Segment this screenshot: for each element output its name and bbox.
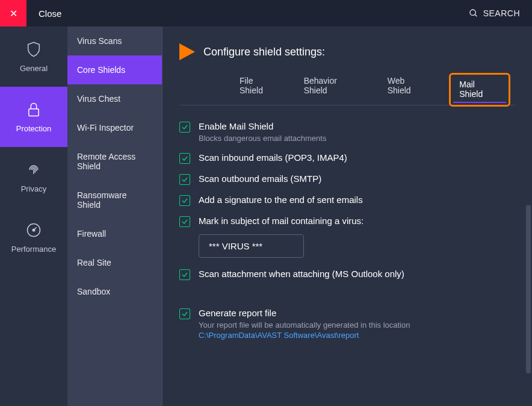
shield-icon xyxy=(25,41,42,58)
option-label: Enable Mail Shield xyxy=(199,121,326,131)
fingerprint-icon xyxy=(25,161,42,178)
side-item-sandbox[interactable]: Sandbox xyxy=(67,277,162,306)
nav-label: General xyxy=(20,64,48,73)
checkbox-mark-subject[interactable] xyxy=(179,216,190,227)
config-title: Configure shield settings: xyxy=(203,46,325,58)
tab-file-shield[interactable]: File Shield xyxy=(234,71,285,105)
nav-label: Protection xyxy=(16,124,52,133)
side-menu: Virus Scans Core Shields Virus Chest Wi-… xyxy=(67,27,162,406)
side-item-real-site[interactable]: Real Site xyxy=(67,248,162,277)
side-item-ransomware[interactable]: Ransomware Shield xyxy=(67,181,162,219)
search-icon xyxy=(469,8,478,18)
side-item-wifi-inspector[interactable]: Wi-Fi Inspector xyxy=(67,113,162,142)
side-item-virus-scans[interactable]: Virus Scans xyxy=(67,27,162,55)
tab-web-shield[interactable]: Web Shield xyxy=(382,71,436,105)
option-label: Mark in subject of mail containing a vir… xyxy=(199,216,363,226)
nav-item-performance[interactable]: Performance xyxy=(0,207,67,267)
checkbox-generate-report[interactable] xyxy=(179,308,190,319)
scrollbar[interactable] xyxy=(526,205,531,373)
virus-subject-input[interactable] xyxy=(199,234,304,258)
titlebar: ✕ Close SEARCH xyxy=(0,0,532,27)
checkbox-scan-attachment[interactable] xyxy=(179,269,190,280)
gauge-icon xyxy=(25,222,42,239)
search-button[interactable]: SEARCH xyxy=(469,8,520,18)
nav-item-protection[interactable]: Protection xyxy=(0,87,67,147)
svg-point-0 xyxy=(470,10,475,15)
tab-mail-shield[interactable]: Mail Shield xyxy=(449,73,510,107)
side-item-virus-chest[interactable]: Virus Chest xyxy=(67,84,162,113)
nav-label: Performance xyxy=(11,245,56,254)
option-label: Scan inbound emails (POP3, IMAP4) xyxy=(199,152,347,163)
svg-line-1 xyxy=(475,14,477,16)
nav-label: Privacy xyxy=(21,184,47,193)
tab-behavior-shield[interactable]: Behavior Shield xyxy=(298,71,368,105)
content-panel: Configure shield settings: File Shield B… xyxy=(162,27,532,406)
svg-rect-2 xyxy=(29,108,39,116)
nav-item-privacy[interactable]: Privacy xyxy=(0,147,67,207)
left-nav: General Protection Privacy Performance xyxy=(0,27,67,406)
option-label: Scan outbound emails (SMTP) xyxy=(199,173,321,184)
checkbox-enable-mail-shield[interactable] xyxy=(179,122,190,133)
checkbox-add-signature[interactable] xyxy=(179,195,190,206)
close-label: Close xyxy=(39,8,61,19)
svg-point-4 xyxy=(32,229,35,231)
checkbox-scan-inbound[interactable] xyxy=(179,153,190,164)
search-label: SEARCH xyxy=(483,8,520,18)
option-sublabel: Blocks dangerous email attachments xyxy=(199,134,326,143)
option-label: Add a signature to the end of sent email… xyxy=(199,195,363,205)
nav-item-general[interactable]: General xyxy=(0,27,67,87)
option-sublabel: Your report file will be automatically g… xyxy=(199,320,410,329)
report-path-link[interactable]: C:\ProgramData\AVAST Software\Avast\repo… xyxy=(199,331,410,340)
close-button[interactable]: ✕ xyxy=(0,0,26,27)
option-label: Scan attachment when attaching (MS Outlo… xyxy=(199,269,404,279)
option-label: Generate report file xyxy=(199,308,410,318)
checkbox-scan-outbound[interactable] xyxy=(179,174,190,185)
arrow-pointer-icon xyxy=(179,43,195,60)
lock-icon xyxy=(25,101,42,118)
close-icon: ✕ xyxy=(10,8,17,19)
side-item-core-shields[interactable]: Core Shields xyxy=(67,55,162,84)
shield-tabs: File Shield Behavior Shield Web Shield M… xyxy=(179,71,515,105)
side-item-remote-access[interactable]: Remote Access Shield xyxy=(67,142,162,181)
side-item-firewall[interactable]: Firewall xyxy=(67,219,162,248)
